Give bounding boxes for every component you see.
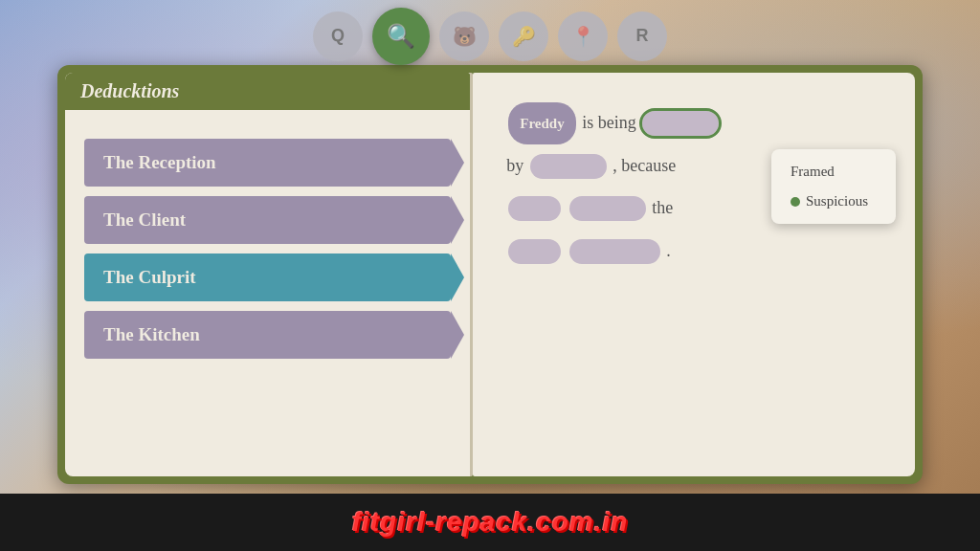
bottom-bar: fitgirl-repack.com.in bbox=[0, 494, 980, 551]
nav-list: The Reception The Client The Culprit The… bbox=[84, 129, 451, 368]
suspicious-label: Suspicious bbox=[806, 193, 868, 209]
suspicious-dot bbox=[791, 197, 800, 207]
map-icon: 📍 bbox=[571, 25, 595, 48]
nav-item-client[interactable]: The Client bbox=[84, 196, 451, 244]
dropdown-item-suspicious[interactable]: Suspicious bbox=[777, 187, 890, 216]
framed-label: Framed bbox=[791, 164, 835, 180]
text-period: . bbox=[666, 241, 671, 260]
brand-text: fitgirl-repack.com.in bbox=[352, 507, 629, 538]
book: Deducktions The Reception The Client The… bbox=[57, 65, 923, 484]
toolbar-teddy-button[interactable]: 🐻 bbox=[439, 11, 489, 61]
blank-chip-3[interactable] bbox=[508, 196, 561, 221]
text-by: by bbox=[506, 156, 523, 175]
text-the: the bbox=[652, 199, 673, 218]
blank-chip-6[interactable] bbox=[569, 239, 660, 264]
nav-item-kitchen[interactable]: The Kitchen bbox=[84, 311, 451, 359]
blank-chip-1[interactable] bbox=[642, 111, 719, 136]
blank-chip-5[interactable] bbox=[508, 239, 561, 264]
toolbar-search-button[interactable]: 🔍 bbox=[372, 8, 430, 65]
dropdown-popup: Framed Suspicious bbox=[771, 149, 896, 224]
dropdown-item-framed[interactable]: Framed bbox=[777, 157, 890, 187]
toolbar-r-button[interactable]: R bbox=[617, 11, 667, 61]
right-page: Freddy is being by , because the . Frame… bbox=[473, 73, 915, 476]
key-icon: 🔑 bbox=[512, 25, 536, 48]
search-icon: 🔍 bbox=[387, 23, 415, 50]
page-header: Deducktions bbox=[65, 73, 470, 110]
nav-item-reception[interactable]: The Reception bbox=[84, 139, 451, 187]
nav-item-culprit[interactable]: The Culprit bbox=[84, 253, 451, 301]
deducktions-title: Deducktions bbox=[80, 80, 179, 101]
toolbar-q-button[interactable]: Q bbox=[313, 11, 363, 61]
name-chip[interactable]: Freddy bbox=[508, 102, 575, 144]
left-page: Deducktions The Reception The Client The… bbox=[65, 73, 473, 476]
toolbar-key-button[interactable]: 🔑 bbox=[499, 11, 548, 61]
toolbar-map-button[interactable]: 📍 bbox=[558, 11, 608, 61]
blank-chip-2[interactable] bbox=[530, 154, 607, 179]
text-is-being: is being bbox=[582, 113, 636, 132]
blank-chip-4[interactable] bbox=[569, 196, 646, 221]
toolbar: Q 🔍 🐻 🔑 📍 R bbox=[0, 0, 980, 67]
text-because: , because bbox=[612, 156, 676, 175]
teddy-icon: 🐻 bbox=[453, 25, 477, 48]
